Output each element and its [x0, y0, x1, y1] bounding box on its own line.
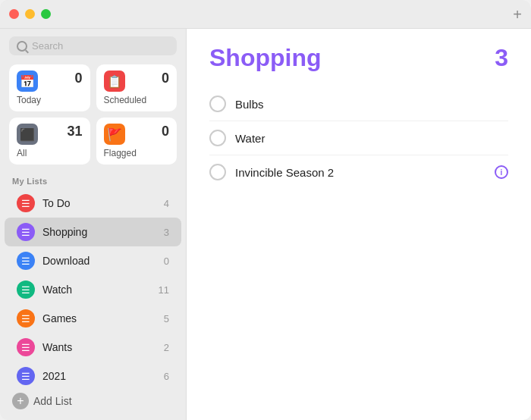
my-lists-header: My Lists [0, 171, 186, 189]
tile-scheduled[interactable]: 📋 0 Scheduled [96, 64, 178, 111]
search-placeholder: Search [32, 40, 63, 52]
games-list-name: Games [42, 312, 156, 324]
minimize-button[interactable] [25, 9, 35, 19]
close-button[interactable] [9, 9, 19, 19]
todo-checkbox-invincible[interactable] [209, 164, 226, 180]
sidebar-item-shopping[interactable]: ☰ Shopping 3 [5, 218, 181, 246]
add-list-footer[interactable]: + Add List [0, 385, 186, 420]
list-items: ☰ To Do 4 ☰ Shopping 3 ☰ Download 0 ☰ Wa… [0, 189, 186, 385]
traffic-lights [9, 9, 51, 19]
scheduled-icon: 📋 [104, 71, 125, 92]
main-header: Shopping 3 [209, 44, 508, 72]
all-label: All [17, 148, 83, 158]
todo-checkbox-water[interactable] [209, 130, 226, 146]
download-list-name: Download [42, 255, 156, 267]
todo-list-name: To Do [42, 197, 156, 209]
search-icon [17, 41, 27, 52]
main-count: 3 [495, 44, 508, 72]
shopping-list-name: Shopping [42, 226, 156, 238]
today-label: Today [17, 95, 83, 105]
todo-text-water: Water [235, 132, 508, 145]
watch-list-name: Watch [42, 284, 151, 296]
shopping-list-icon: ☰ [17, 223, 35, 241]
todo-list: Bulbs Water Invincible Season 2 i [209, 87, 508, 189]
wants-list-count: 2 [164, 342, 169, 353]
scheduled-label: Scheduled [104, 95, 170, 105]
download-list-icon: ☰ [17, 252, 35, 270]
flagged-icon: 🚩 [104, 124, 125, 145]
sidebar-item-watch[interactable]: ☰ Watch 11 [5, 275, 181, 304]
games-list-icon: ☰ [17, 309, 35, 328]
todo-list-count: 4 [164, 198, 169, 209]
tile-flagged[interactable]: 🚩 0 Flagged [96, 118, 178, 165]
wants-list-name: Wants [42, 341, 156, 353]
wants-list-icon: ☰ [17, 338, 35, 356]
flagged-count: 0 [162, 124, 169, 139]
maximize-button[interactable] [41, 9, 51, 19]
2021-list-count: 6 [164, 371, 169, 382]
sidebar-item-2021[interactable]: ☰ 2021 6 [5, 362, 181, 385]
sidebar-item-download[interactable]: ☰ Download 0 [5, 246, 181, 275]
todo-list-icon: ☰ [17, 194, 35, 212]
info-icon-invincible[interactable]: i [495, 165, 508, 179]
today-icon: 📅 [17, 71, 38, 92]
today-count: 0 [74, 71, 82, 86]
download-list-count: 0 [164, 255, 169, 267]
games-list-count: 5 [164, 313, 169, 324]
todo-item-bulbs[interactable]: Bulbs [209, 87, 508, 121]
main-content: Shopping 3 Bulbs Water Invincible Season… [187, 29, 531, 420]
add-list-plus-icon: + [12, 393, 29, 409]
2021-list-name: 2021 [42, 370, 156, 382]
main-title: Shopping [209, 44, 322, 72]
todo-item-invincible[interactable]: Invincible Season 2 i [209, 155, 508, 189]
watch-list-count: 11 [159, 284, 169, 296]
add-list-label: Add List [33, 395, 72, 407]
main-content-area: Shopping 3 Bulbs Water Invincible Season… [187, 0, 531, 420]
add-button[interactable]: + [513, 7, 522, 22]
all-count: 31 [67, 124, 82, 139]
sidebar-item-games[interactable]: ☰ Games 5 [5, 304, 181, 333]
sidebar-item-todo[interactable]: ☰ To Do 4 [5, 189, 181, 218]
quick-tiles: 📅 0 Today 📋 0 Scheduled ⬛ 31 All 🚩 0 [0, 61, 186, 171]
todo-checkbox-bulbs[interactable] [209, 96, 226, 112]
todo-text-invincible: Invincible Season 2 [235, 166, 485, 179]
2021-list-icon: ☰ [17, 367, 35, 385]
todo-text-bulbs: Bulbs [235, 98, 508, 111]
titlebar: + [0, 0, 531, 29]
todo-item-water[interactable]: Water [209, 121, 508, 155]
search-bar[interactable]: Search [9, 36, 177, 55]
sidebar: Search 📅 0 Today 📋 0 Scheduled ⬛ 31 All [0, 0, 187, 420]
sidebar-item-wants[interactable]: ☰ Wants 2 [5, 333, 181, 362]
watch-list-icon: ☰ [17, 281, 35, 299]
all-icon: ⬛ [17, 124, 38, 145]
tile-today[interactable]: 📅 0 Today [9, 64, 90, 111]
shopping-list-count: 3 [164, 227, 169, 238]
scheduled-count: 0 [162, 71, 169, 86]
tile-all[interactable]: ⬛ 31 All [9, 118, 90, 165]
flagged-label: Flagged [104, 148, 170, 158]
